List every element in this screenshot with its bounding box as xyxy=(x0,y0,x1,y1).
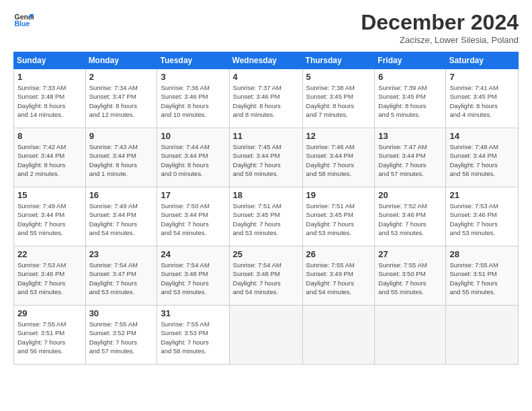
header-saturday: Saturday xyxy=(446,52,519,69)
day-info: Sunrise: 7:55 AM Sunset: 3:50 PM Dayligh… xyxy=(378,261,442,296)
day-cell-12: 12Sunrise: 7:46 AM Sunset: 3:44 PM Dayli… xyxy=(302,128,375,187)
header-friday: Friday xyxy=(375,52,446,69)
day-number: 4 xyxy=(233,72,299,82)
day-cell-7: 7Sunrise: 7:41 AM Sunset: 3:45 PM Daylig… xyxy=(446,69,519,128)
day-cell-22: 22Sunrise: 7:53 AM Sunset: 3:46 PM Dayli… xyxy=(14,246,86,306)
calendar-week-3: 15Sunrise: 7:49 AM Sunset: 3:44 PM Dayli… xyxy=(14,187,519,246)
svg-text:Blue: Blue xyxy=(15,19,30,28)
empty-cell xyxy=(229,306,302,365)
calendar-header-row: SundayMondayTuesdayWednesdayThursdayFrid… xyxy=(14,52,519,69)
day-cell-13: 13Sunrise: 7:47 AM Sunset: 3:44 PM Dayli… xyxy=(375,128,446,187)
day-cell-28: 28Sunrise: 7:55 AM Sunset: 3:51 PM Dayli… xyxy=(446,246,519,306)
day-cell-6: 6Sunrise: 7:39 AM Sunset: 3:45 PM Daylig… xyxy=(375,69,446,128)
day-number: 31 xyxy=(161,308,225,318)
day-number: 14 xyxy=(449,131,515,141)
calendar-table: SundayMondayTuesdayWednesdayThursdayFrid… xyxy=(13,52,519,365)
day-info: Sunrise: 7:33 AM Sunset: 3:48 PM Dayligh… xyxy=(17,83,82,119)
title-area: December 2024 Zacisze, Lower Silesia, Po… xyxy=(361,10,519,45)
calendar-week-5: 29Sunrise: 7:55 AM Sunset: 3:51 PM Dayli… xyxy=(14,306,519,365)
day-cell-29: 29Sunrise: 7:55 AM Sunset: 3:51 PM Dayli… xyxy=(14,306,86,365)
header: General Blue December 2024 Zacisze, Lowe… xyxy=(13,10,519,45)
day-cell-9: 9Sunrise: 7:43 AM Sunset: 3:44 PM Daylig… xyxy=(85,128,157,187)
empty-cell xyxy=(375,306,446,365)
day-cell-1: 1Sunrise: 7:33 AM Sunset: 3:48 PM Daylig… xyxy=(14,69,86,128)
day-info: Sunrise: 7:54 AM Sunset: 3:47 PM Dayligh… xyxy=(89,261,154,296)
day-cell-11: 11Sunrise: 7:45 AM Sunset: 3:44 PM Dayli… xyxy=(229,128,302,187)
day-number: 2 xyxy=(89,72,154,82)
calendar-week-2: 8Sunrise: 7:42 AM Sunset: 3:44 PM Daylig… xyxy=(14,128,519,187)
day-info: Sunrise: 7:55 AM Sunset: 3:52 PM Dayligh… xyxy=(89,320,154,355)
day-number: 9 xyxy=(89,131,154,141)
day-info: Sunrise: 7:34 AM Sunset: 3:47 PM Dayligh… xyxy=(89,83,154,119)
calendar-week-1: 1Sunrise: 7:33 AM Sunset: 3:48 PM Daylig… xyxy=(14,69,519,128)
day-info: Sunrise: 7:48 AM Sunset: 3:44 PM Dayligh… xyxy=(449,142,515,178)
day-number: 26 xyxy=(306,249,371,259)
day-info: Sunrise: 7:43 AM Sunset: 3:44 PM Dayligh… xyxy=(89,142,154,178)
day-number: 13 xyxy=(378,131,442,141)
day-cell-3: 3Sunrise: 7:36 AM Sunset: 3:46 PM Daylig… xyxy=(157,69,229,128)
day-cell-8: 8Sunrise: 7:42 AM Sunset: 3:44 PM Daylig… xyxy=(14,128,86,187)
day-number: 23 xyxy=(89,249,154,259)
header-tuesday: Tuesday xyxy=(157,52,229,69)
day-number: 25 xyxy=(233,249,299,259)
day-info: Sunrise: 7:54 AM Sunset: 3:48 PM Dayligh… xyxy=(233,261,299,296)
day-cell-18: 18Sunrise: 7:51 AM Sunset: 3:45 PM Dayli… xyxy=(229,187,302,246)
day-cell-5: 5Sunrise: 7:38 AM Sunset: 3:45 PM Daylig… xyxy=(302,69,375,128)
day-info: Sunrise: 7:49 AM Sunset: 3:44 PM Dayligh… xyxy=(89,201,154,237)
day-number: 20 xyxy=(378,190,442,200)
day-number: 6 xyxy=(378,72,442,82)
day-info: Sunrise: 7:50 AM Sunset: 3:44 PM Dayligh… xyxy=(161,201,225,237)
header-thursday: Thursday xyxy=(302,52,375,69)
day-number: 8 xyxy=(17,131,82,141)
day-cell-26: 26Sunrise: 7:55 AM Sunset: 3:49 PM Dayli… xyxy=(302,246,375,306)
day-info: Sunrise: 7:55 AM Sunset: 3:51 PM Dayligh… xyxy=(449,261,515,296)
day-number: 10 xyxy=(161,131,225,141)
day-number: 16 xyxy=(89,190,154,200)
header-monday: Monday xyxy=(85,52,157,69)
day-info: Sunrise: 7:38 AM Sunset: 3:45 PM Dayligh… xyxy=(306,83,371,119)
day-info: Sunrise: 7:36 AM Sunset: 3:46 PM Dayligh… xyxy=(161,83,225,119)
logo: General Blue xyxy=(13,10,34,30)
day-cell-16: 16Sunrise: 7:49 AM Sunset: 3:44 PM Dayli… xyxy=(85,187,157,246)
day-number: 3 xyxy=(161,72,225,82)
day-cell-20: 20Sunrise: 7:52 AM Sunset: 3:46 PM Dayli… xyxy=(375,187,446,246)
day-cell-27: 27Sunrise: 7:55 AM Sunset: 3:50 PM Dayli… xyxy=(375,246,446,306)
day-info: Sunrise: 7:41 AM Sunset: 3:45 PM Dayligh… xyxy=(449,83,515,119)
logo-icon: General Blue xyxy=(13,10,34,30)
day-info: Sunrise: 7:53 AM Sunset: 3:46 PM Dayligh… xyxy=(17,261,82,296)
day-cell-30: 30Sunrise: 7:55 AM Sunset: 3:52 PM Dayli… xyxy=(85,306,157,365)
day-cell-19: 19Sunrise: 7:51 AM Sunset: 3:45 PM Dayli… xyxy=(302,187,375,246)
day-info: Sunrise: 7:47 AM Sunset: 3:44 PM Dayligh… xyxy=(378,142,442,178)
empty-cell xyxy=(446,306,519,365)
day-info: Sunrise: 7:45 AM Sunset: 3:44 PM Dayligh… xyxy=(233,142,299,178)
day-number: 28 xyxy=(449,249,515,259)
day-number: 27 xyxy=(378,249,442,259)
subtitle: Zacisze, Lower Silesia, Poland xyxy=(361,35,519,45)
day-number: 21 xyxy=(449,190,515,200)
day-number: 7 xyxy=(449,72,515,82)
day-info: Sunrise: 7:55 AM Sunset: 3:53 PM Dayligh… xyxy=(161,320,225,355)
day-number: 17 xyxy=(161,190,225,200)
day-number: 1 xyxy=(17,72,82,82)
day-info: Sunrise: 7:39 AM Sunset: 3:45 PM Dayligh… xyxy=(378,83,442,119)
day-cell-21: 21Sunrise: 7:53 AM Sunset: 3:46 PM Dayli… xyxy=(446,187,519,246)
day-number: 19 xyxy=(306,190,371,200)
day-number: 5 xyxy=(306,72,371,82)
day-cell-15: 15Sunrise: 7:49 AM Sunset: 3:44 PM Dayli… xyxy=(14,187,86,246)
day-info: Sunrise: 7:37 AM Sunset: 3:46 PM Dayligh… xyxy=(233,83,299,119)
day-info: Sunrise: 7:44 AM Sunset: 3:44 PM Dayligh… xyxy=(161,142,225,178)
day-info: Sunrise: 7:46 AM Sunset: 3:44 PM Dayligh… xyxy=(306,142,371,178)
day-number: 24 xyxy=(161,249,225,259)
day-info: Sunrise: 7:55 AM Sunset: 3:51 PM Dayligh… xyxy=(17,320,82,355)
day-number: 11 xyxy=(233,131,299,141)
day-number: 22 xyxy=(17,249,82,259)
day-cell-31: 31Sunrise: 7:55 AM Sunset: 3:53 PM Dayli… xyxy=(157,306,229,365)
day-number: 12 xyxy=(306,131,371,141)
day-cell-24: 24Sunrise: 7:54 AM Sunset: 3:48 PM Dayli… xyxy=(157,246,229,306)
day-number: 29 xyxy=(17,308,82,318)
day-info: Sunrise: 7:42 AM Sunset: 3:44 PM Dayligh… xyxy=(17,142,82,178)
day-cell-2: 2Sunrise: 7:34 AM Sunset: 3:47 PM Daylig… xyxy=(85,69,157,128)
day-number: 30 xyxy=(89,308,154,318)
day-number: 15 xyxy=(17,190,82,200)
day-info: Sunrise: 7:52 AM Sunset: 3:46 PM Dayligh… xyxy=(378,201,442,237)
